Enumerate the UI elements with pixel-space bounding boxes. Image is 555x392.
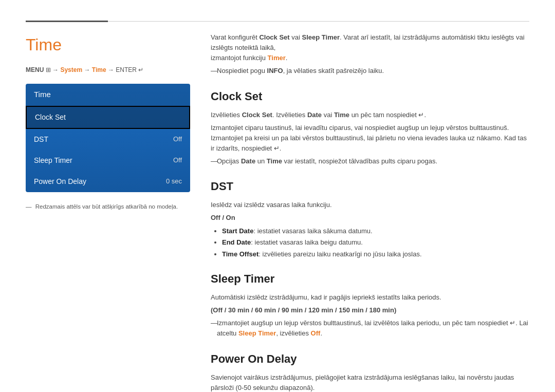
menu-item-sleep-timer-value: Off xyxy=(173,155,182,165)
sleep-timer-heading: Sleep Timer xyxy=(211,270,529,287)
left-footnote-box: — Redzamais attēls var būt atšķirīgs atk… xyxy=(26,202,190,211)
clock-set-p2: Izmantojiet ciparu taustinuš, lai ievadī… xyxy=(211,123,529,154)
breadcrumb-enter: → ENTER ↵ xyxy=(108,66,143,73)
menu-item-sleep-timer-label: Sleep Timer xyxy=(34,155,72,166)
dst-options: Off / On xyxy=(211,213,529,223)
menu-item-power-on-delay-label: Power On Delay xyxy=(34,176,86,187)
breadcrumb-menu: MENU ⊞ xyxy=(26,66,51,73)
dst-heading: DST xyxy=(211,178,529,195)
power-on-delay-p1: Savienojot vairākus izstrādājumus, pielā… xyxy=(211,372,529,392)
menu-item-power-on-delay-value: 0 sec xyxy=(166,176,182,186)
menu-item-clock-set-label: Clock Set xyxy=(35,112,66,123)
clock-set-p1: Izvēlieties Clock Set. Izvēlieties Date … xyxy=(211,110,529,120)
section-clock-set: Clock Set Izvēlieties Clock Set. Izvēlie… xyxy=(211,88,529,167)
breadcrumb-system: System xyxy=(60,66,82,73)
intro-footnote: Nospiediet pogu INFO, ja vēlaties skatīt… xyxy=(211,66,529,76)
menu-box-title: Time xyxy=(26,84,190,106)
intro-block: Varat konfigurēt Clock Set vai Sleep Tim… xyxy=(211,32,529,77)
intro-footnote-text: Nospiediet pogu INFO, ja vēlaties skatīt… xyxy=(217,67,384,74)
dst-bullet-offset: Time Offset: izvēlieties pareizu laiku n… xyxy=(222,249,529,259)
section-power-on-delay: Power On Delay Savienojot vairākus izstr… xyxy=(211,350,529,392)
content-layout: Time MENU ⊞ → System → Time → ENTER ↵ Ti… xyxy=(26,32,529,392)
menu-box: Time Clock Set DST Off Sleep Timer Off P… xyxy=(26,84,190,192)
menu-item-dst-label: DST xyxy=(34,134,48,145)
menu-item-sleep-timer[interactable]: Sleep Timer Off xyxy=(26,150,190,171)
sleep-timer-p1: Automātiski izslēdz izstrādājumu, kad ir… xyxy=(211,292,529,303)
top-divider xyxy=(26,21,529,22)
right-panel: Varat konfigurēt Clock Set vai Sleep Tim… xyxy=(211,32,529,392)
menu-item-power-on-delay[interactable]: Power On Delay 0 sec xyxy=(26,171,190,192)
clock-set-footnote: Opcijas Date un Time var iestatīt, nospi… xyxy=(211,156,529,166)
sleep-timer-options: (Off / 30 min / 60 min / 90 min / 120 mi… xyxy=(211,305,529,315)
intro-line1: Varat konfigurēt Clock Set vai Sleep Tim… xyxy=(211,32,529,63)
sleep-timer-footnote: Izmantojiet augšup un lejup vērstos bult… xyxy=(211,318,529,339)
left-footnote-text: Redzamais attēls var būt atšķirīgs atkar… xyxy=(35,203,178,210)
dst-bullet-end: End Date: iestatiet vasaras laika beigu … xyxy=(222,237,529,248)
dst-bullet-list: Start Date: iestatiet vasaras laika sāku… xyxy=(211,226,529,259)
menu-item-dst-value: Off xyxy=(173,134,182,144)
footnote-dash: — xyxy=(26,203,32,210)
page-container: Time MENU ⊞ → System → Time → ENTER ↵ Ti… xyxy=(0,0,555,392)
breadcrumb-arrow2: → xyxy=(84,66,91,73)
dst-p1: Ieslēdz vai izslēdz vasaras laika funkci… xyxy=(211,200,529,210)
menu-item-dst[interactable]: DST Off xyxy=(26,129,190,150)
breadcrumb: MENU ⊞ → System → Time → ENTER ↵ xyxy=(26,65,190,74)
left-panel: Time MENU ⊞ → System → Time → ENTER ↵ Ti… xyxy=(26,32,190,392)
breadcrumb-time: Time xyxy=(92,66,106,73)
section-sleep-timer: Sleep Timer Automātiski izslēdz izstrādā… xyxy=(211,270,529,339)
clock-set-heading: Clock Set xyxy=(211,88,529,105)
divider-light xyxy=(108,21,529,22)
section-dst: DST Ieslēdz vai izslēdz vasaras laika fu… xyxy=(211,178,529,259)
breadcrumb-arrow1: → xyxy=(52,66,60,73)
power-on-delay-heading: Power On Delay xyxy=(211,350,529,367)
divider-dark xyxy=(26,21,108,22)
dst-bullet-start: Start Date: iestatiet vasaras laika sāku… xyxy=(222,226,529,236)
page-title: Time xyxy=(26,32,190,57)
menu-item-clock-set[interactable]: Clock Set xyxy=(26,106,190,129)
